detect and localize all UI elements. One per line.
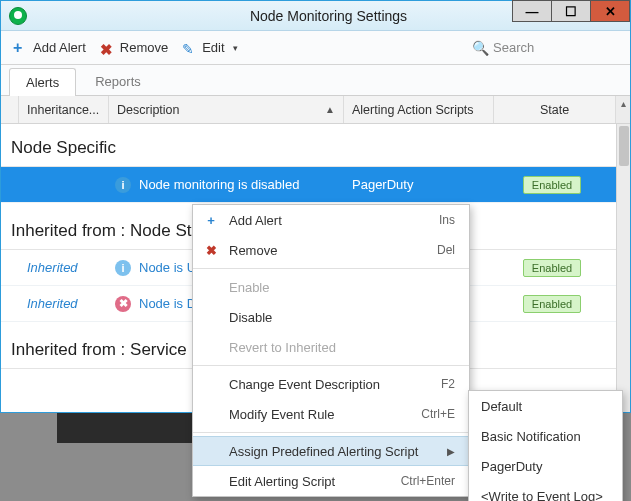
state-badge: Enabled <box>523 295 581 313</box>
table-row[interactable]: i Node monitoring is disabled PagerDuty … <box>1 167 616 203</box>
chevron-down-icon: ▾ <box>233 43 238 53</box>
add-alert-label: Add Alert <box>33 40 86 55</box>
column-expander[interactable] <box>1 96 19 123</box>
close-button[interactable]: ✕ <box>590 0 630 22</box>
menu-enable: Enable <box>193 272 469 302</box>
submenu-basic-notification[interactable]: Basic Notification <box>469 421 622 451</box>
menu-shortcut: F2 <box>441 377 455 391</box>
menu-label: Disable <box>229 310 272 325</box>
tab-strip: Alerts Reports <box>1 65 630 96</box>
menu-label: Revert to Inherited <box>229 340 336 355</box>
menu-separator <box>193 365 469 366</box>
column-description[interactable]: Description ▲ <box>109 96 344 123</box>
plus-icon: + <box>203 213 219 228</box>
info-icon: i <box>115 177 131 193</box>
menu-change-description[interactable]: Change Event Description F2 <box>193 369 469 399</box>
info-icon: i <box>115 260 131 276</box>
menu-separator <box>193 268 469 269</box>
grid-header: Inheritance... Description ▲ Alerting Ac… <box>1 96 630 124</box>
app-icon <box>9 7 27 25</box>
menu-label: Enable <box>229 280 269 295</box>
column-state[interactable]: State <box>494 96 616 123</box>
window-controls: — ☐ ✕ <box>513 0 630 29</box>
column-description-label: Description <box>117 103 180 117</box>
column-alerting-action[interactable]: Alerting Action Scripts <box>344 96 494 123</box>
menu-label: Edit Alerting Script <box>229 474 335 489</box>
add-alert-button[interactable]: + Add Alert <box>9 37 90 58</box>
error-icon: ✖ <box>115 296 131 312</box>
menu-label: Assign Predefined Alerting Script <box>229 444 418 459</box>
toolbar: + Add Alert ✖ Remove ✎ Edit ▾ 🔍 Search <box>1 31 630 65</box>
maximize-button[interactable]: ☐ <box>551 0 591 22</box>
scrollbar-header: ▴ <box>616 96 630 123</box>
tab-alerts[interactable]: Alerts <box>9 68 76 96</box>
submenu-pagerduty[interactable]: PagerDuty <box>469 451 622 481</box>
tab-reports[interactable]: Reports <box>78 67 158 95</box>
menu-modify-rule[interactable]: Modify Event Rule Ctrl+E <box>193 399 469 429</box>
remove-label: Remove <box>120 40 168 55</box>
menu-disable[interactable]: Disable <box>193 302 469 332</box>
pencil-icon: ✎ <box>182 41 196 55</box>
remove-button[interactable]: ✖ Remove <box>96 37 172 58</box>
scrollbar-thumb[interactable] <box>619 126 629 166</box>
cell-inheritance: Inherited <box>19 296 109 311</box>
menu-separator <box>193 432 469 433</box>
search-box[interactable]: 🔍 Search <box>472 40 622 56</box>
scroll-up-icon[interactable]: ▴ <box>621 96 626 111</box>
state-badge: Enabled <box>523 259 581 277</box>
titlebar: Node Monitoring Settings — ☐ ✕ <box>1 1 630 31</box>
search-placeholder: Search <box>493 40 534 55</box>
search-icon: 🔍 <box>472 40 489 56</box>
edit-button[interactable]: ✎ Edit ▾ <box>178 37 241 58</box>
menu-shortcut: Ctrl+E <box>421 407 455 421</box>
column-inheritance[interactable]: Inheritance... <box>19 96 109 123</box>
menu-assign-script[interactable]: Assign Predefined Alerting Script ▶ <box>193 436 469 466</box>
context-menu: + Add Alert Ins ✖ Remove Del Enable Disa… <box>192 204 470 497</box>
menu-label: Modify Event Rule <box>229 407 335 422</box>
submenu-default[interactable]: Default <box>469 391 622 421</box>
submenu-write-event-log[interactable]: <Write to Event Log> <box>469 481 622 501</box>
edit-label: Edit <box>202 40 224 55</box>
assign-script-submenu: Default Basic Notification PagerDuty <Wr… <box>468 390 623 501</box>
menu-label: Remove <box>229 243 277 258</box>
menu-edit-script[interactable]: Edit Alerting Script Ctrl+Enter <box>193 466 469 496</box>
menu-shortcut: Ctrl+Enter <box>401 474 455 488</box>
menu-remove[interactable]: ✖ Remove Del <box>193 235 469 265</box>
state-badge: Enabled <box>523 176 581 194</box>
menu-shortcut: Del <box>437 243 455 257</box>
x-icon: ✖ <box>203 243 219 258</box>
cell-inheritance: Inherited <box>19 260 109 275</box>
cell-action: PagerDuty <box>344 177 494 192</box>
x-icon: ✖ <box>100 41 114 55</box>
menu-shortcut: Ins <box>439 213 455 227</box>
menu-label: Add Alert <box>229 213 282 228</box>
group-node-specific[interactable]: Node Specific <box>1 124 616 167</box>
chevron-right-icon: ▶ <box>447 446 455 457</box>
vertical-scrollbar[interactable] <box>616 124 630 412</box>
menu-add-alert[interactable]: + Add Alert Ins <box>193 205 469 235</box>
menu-label: Change Event Description <box>229 377 380 392</box>
cell-description: Node monitoring is disabled <box>139 177 299 192</box>
plus-icon: + <box>13 41 27 55</box>
sort-asc-icon: ▲ <box>325 104 335 115</box>
menu-revert: Revert to Inherited <box>193 332 469 362</box>
minimize-button[interactable]: — <box>512 0 552 22</box>
